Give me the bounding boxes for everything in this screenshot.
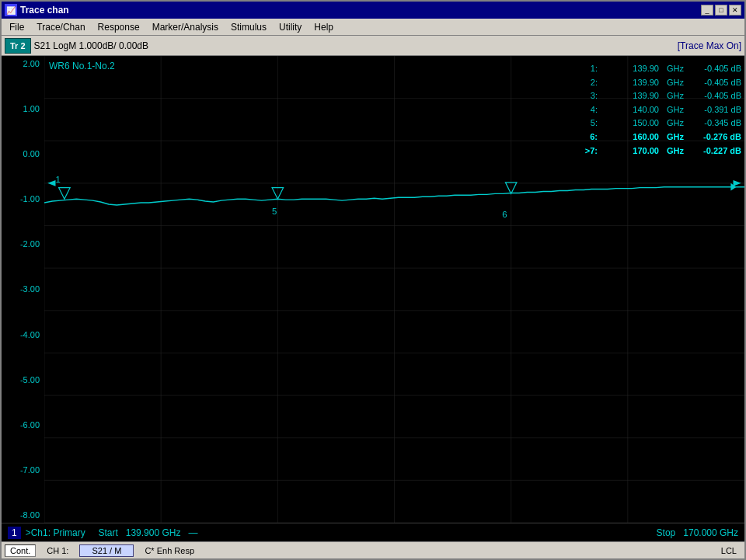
marker-row-2: 2: 139.90 GHz -0.405 dB bbox=[584, 76, 741, 90]
y-label-10: -8.00 bbox=[3, 510, 43, 520]
app-icon: 📈 bbox=[5, 4, 17, 16]
channel-bar: 1 >Ch1: Primary Start 139.900 GHz — Stop… bbox=[2, 523, 744, 541]
marker-row-4: 4: 140.00 GHz -0.391 dB bbox=[584, 103, 741, 117]
toolbar: Tr 2 S21 LogM 1.000dB/ 0.00dB [Trace Max… bbox=[2, 36, 744, 56]
menu-bar: File Trace/Chan Response Marker/Analysis… bbox=[2, 19, 744, 36]
marker-legend: 1: 139.90 GHz -0.405 dB 2: 139.90 GHz -0… bbox=[584, 62, 741, 158]
plot-area: 1 5 6 1: 139.90 GHz bbox=[44, 56, 744, 523]
status-mode: Cont. bbox=[5, 544, 36, 557]
y-axis: 2.00 1.00 0.00 -1.00 -2.00 -3.00 -4.00 -… bbox=[2, 56, 44, 523]
marker-row-6: 6: 160.00 GHz -0.276 dB bbox=[584, 130, 741, 144]
chart-container: 2.00 1.00 0.00 -1.00 -2.00 -3.00 -4.00 -… bbox=[2, 56, 744, 541]
status-channel-label: CH 1: bbox=[42, 545, 73, 556]
chart-body: 2.00 1.00 0.00 -1.00 -2.00 -3.00 -4.00 -… bbox=[2, 56, 744, 523]
y-label-0: 2.00 bbox=[3, 59, 43, 68]
channel-number: 1 bbox=[8, 527, 21, 539]
svg-text:6: 6 bbox=[502, 210, 507, 220]
menu-stimulus[interactable]: Stimulus bbox=[225, 20, 273, 34]
status-cal: C* Enh Resp bbox=[140, 545, 199, 556]
y-label-1: 1.00 bbox=[3, 104, 43, 113]
main-window: 📈 Trace chan _ □ ✕ File Trace/Chan Respo… bbox=[0, 0, 746, 560]
trace-max-indicator: [Trace Max On] bbox=[678, 40, 741, 51]
close-button[interactable]: ✕ bbox=[729, 5, 741, 16]
trace-button[interactable]: Tr 2 bbox=[5, 38, 31, 54]
status-parameter: S21 / M bbox=[79, 544, 134, 557]
svg-marker-20 bbox=[734, 180, 741, 186]
y-label-9: -7.00 bbox=[3, 465, 43, 475]
minimize-button[interactable]: _ bbox=[701, 5, 713, 16]
menu-file[interactable]: File bbox=[3, 20, 30, 34]
menu-marker-analysis[interactable]: Marker/Analysis bbox=[146, 20, 225, 34]
svg-marker-21 bbox=[59, 188, 70, 200]
title-bar: 📈 Trace chan _ □ ✕ bbox=[2, 2, 744, 19]
channel-info: >Ch1: Primary Start 139.900 GHz — bbox=[26, 527, 657, 538]
svg-marker-19 bbox=[47, 180, 55, 186]
stop-info: Stop 170.000 GHz bbox=[657, 527, 738, 538]
menu-utility[interactable]: Utility bbox=[273, 20, 308, 34]
status-lcl: LCL bbox=[716, 545, 741, 556]
toolbar-trace-info: S21 LogM 1.000dB/ 0.00dB bbox=[34, 40, 675, 51]
start-freq: 139.900 GHz bbox=[126, 527, 181, 538]
title-buttons: _ □ ✕ bbox=[701, 5, 741, 16]
status-bar: Cont. CH 1: S21 / M C* Enh Resp LCL bbox=[2, 541, 744, 558]
y-label-8: -6.00 bbox=[3, 420, 43, 430]
menu-trace-chan[interactable]: Trace/Chan bbox=[30, 20, 91, 34]
y-label-7: -5.00 bbox=[3, 375, 43, 384]
marker-row-7: >7: 170.00 GHz -0.227 dB bbox=[584, 144, 741, 158]
maximize-button[interactable]: □ bbox=[715, 5, 727, 16]
svg-text:5: 5 bbox=[272, 207, 277, 216]
y-label-6: -4.00 bbox=[3, 330, 43, 339]
y-label-2: 0.00 bbox=[3, 149, 43, 158]
menu-help[interactable]: Help bbox=[308, 20, 340, 34]
marker-row-5: 5: 150.00 GHz -0.345 dB bbox=[584, 117, 741, 130]
marker-row-1: 1: 139.90 GHz -0.405 dB bbox=[584, 62, 741, 76]
marker-row-3: 3: 139.90 GHz -0.405 dB bbox=[584, 89, 741, 103]
y-label-5: -3.00 bbox=[3, 284, 43, 294]
y-label-4: -2.00 bbox=[3, 239, 43, 249]
chart-title: WR6 No.1-No.2 bbox=[49, 61, 115, 71]
menu-response[interactable]: Response bbox=[92, 20, 146, 34]
title-text: Trace chan bbox=[20, 5, 69, 16]
stop-freq: 170.000 GHz bbox=[683, 527, 738, 538]
start-label: Start bbox=[98, 527, 117, 538]
channel-prefix: >Ch1: Primary bbox=[26, 527, 85, 538]
svg-text:1: 1 bbox=[55, 175, 60, 184]
y-label-3: -1.00 bbox=[3, 194, 43, 203]
stop-label: Stop bbox=[657, 527, 676, 538]
